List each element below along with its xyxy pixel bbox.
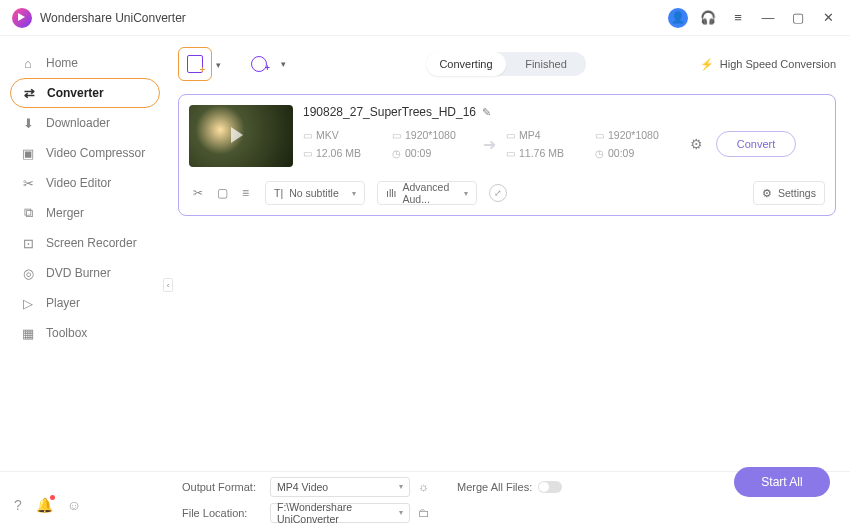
output-settings-icon[interactable]: ⚙ — [686, 134, 706, 154]
menu-icon[interactable]: ≡ — [728, 8, 748, 28]
file-card: 190828_27_SuperTrees_HD_16✎ ▭MKV ▭1920*1… — [178, 94, 836, 216]
support-icon[interactable]: 🎧 — [698, 8, 718, 28]
toolbar: ▾ ▾ Converting Finished ⚡High Speed Conv… — [178, 44, 836, 84]
start-all-button[interactable]: Start All — [734, 467, 830, 497]
gear-icon: ⚙ — [762, 187, 772, 199]
subtitle-dropdown[interactable]: T|No subtitle▾ — [265, 181, 365, 205]
sidebar-item-merger[interactable]: ⧉Merger — [10, 198, 160, 228]
sidebar: ⌂Home ⇄Converter ⬇Downloader ▣Video Comp… — [0, 36, 170, 491]
open-folder-icon[interactable]: 🗀 — [418, 506, 430, 520]
minimize-button[interactable]: — — [758, 8, 778, 28]
video-thumbnail[interactable] — [189, 105, 293, 167]
merge-toggle[interactable] — [538, 481, 562, 493]
notification-icon[interactable]: 🔔 — [36, 497, 53, 513]
convert-button[interactable]: Convert — [716, 131, 796, 157]
output-format-label: Output Format: — [182, 481, 262, 493]
arrow-right-icon: ➜ — [483, 135, 496, 154]
compress-icon: ▣ — [20, 145, 36, 161]
size-icon: ▭ — [303, 148, 312, 159]
link-plus-icon — [251, 56, 267, 72]
tab-switch: Converting Finished — [426, 52, 586, 76]
merge-icon: ⧉ — [20, 205, 36, 221]
file-plus-icon — [187, 55, 203, 73]
sidebar-item-compressor[interactable]: ▣Video Compressor — [10, 138, 160, 168]
scissors-icon: ✂ — [20, 175, 36, 191]
sidebar-item-converter[interactable]: ⇄Converter — [10, 78, 160, 108]
maximize-button[interactable]: ▢ — [788, 8, 808, 28]
edit-name-icon[interactable]: ✎ — [482, 106, 491, 119]
high-speed-toggle[interactable]: ⚡High Speed Conversion — [700, 58, 836, 71]
home-icon: ⌂ — [20, 55, 36, 71]
file-name: 190828_27_SuperTrees_HD_16✎ — [303, 105, 825, 119]
footer: ? 🔔 ☺ Output Format: MP4 Video▾ ☼ Merge … — [0, 471, 850, 527]
audio-dropdown[interactable]: ıllıAdvanced Aud...▾ — [377, 181, 477, 205]
titlebar: Wondershare UniConverter 👤 🎧 ≡ — ▢ ✕ — [0, 0, 850, 36]
target-meta: ▭MP4 ▭1920*1080 ▭11.76 MB ◷00:09 — [506, 129, 676, 159]
subtitle-icon: T| — [274, 187, 283, 199]
resolution-icon: ▭ — [392, 130, 401, 141]
size-icon: ▭ — [506, 148, 515, 159]
collapse-sidebar-button[interactable]: ‹ — [163, 278, 173, 292]
user-avatar-icon[interactable]: 👤 — [668, 8, 688, 28]
record-icon: ⊡ — [20, 235, 36, 251]
source-meta: ▭MKV ▭1920*1080 ▭12.06 MB ◷00:09 — [303, 129, 473, 159]
info-icon[interactable]: ⤢ — [489, 184, 507, 202]
play-icon: ▷ — [20, 295, 36, 311]
add-url-button[interactable]: ▾ — [242, 47, 276, 81]
merge-label: Merge All Files: — [457, 481, 532, 493]
resolution-icon: ▭ — [595, 130, 604, 141]
sidebar-item-editor[interactable]: ✂Video Editor — [10, 168, 160, 198]
converter-icon: ⇄ — [21, 85, 37, 101]
tab-finished[interactable]: Finished — [506, 52, 586, 76]
settings-dropdown[interactable]: ⚙Settings — [753, 181, 825, 205]
file-location-select[interactable]: F:\Wondershare UniConverter▾ — [270, 503, 410, 523]
output-options-icon[interactable]: ☼ — [418, 480, 429, 494]
tab-converting[interactable]: Converting — [426, 52, 506, 76]
app-title: Wondershare UniConverter — [40, 11, 668, 25]
format-icon: ▭ — [303, 130, 312, 141]
format-icon: ▭ — [506, 130, 515, 141]
clock-icon: ◷ — [392, 148, 401, 159]
sidebar-item-dvd[interactable]: ◎DVD Burner — [10, 258, 160, 288]
app-logo-icon — [12, 8, 32, 28]
help-icon[interactable]: ? — [14, 497, 22, 513]
sidebar-item-recorder[interactable]: ⊡Screen Recorder — [10, 228, 160, 258]
effects-icon[interactable]: ≡ — [242, 186, 249, 200]
feedback-icon[interactable]: ☺ — [67, 497, 81, 513]
output-format-select[interactable]: MP4 Video▾ — [270, 477, 410, 497]
grid-icon: ▦ — [20, 325, 36, 341]
sidebar-item-player[interactable]: ▷Player — [10, 288, 160, 318]
close-button[interactable]: ✕ — [818, 8, 838, 28]
disc-icon: ◎ — [20, 265, 36, 281]
audio-icon: ıllı — [386, 187, 397, 199]
sidebar-item-downloader[interactable]: ⬇Downloader — [10, 108, 160, 138]
trim-icon[interactable]: ✂ — [193, 186, 203, 200]
sidebar-item-toolbox[interactable]: ▦Toolbox — [10, 318, 160, 348]
download-icon: ⬇ — [20, 115, 36, 131]
add-file-button[interactable]: ▾ — [178, 47, 212, 81]
bolt-icon: ⚡ — [700, 58, 714, 71]
clock-icon: ◷ — [595, 148, 604, 159]
sidebar-item-home[interactable]: ⌂Home — [10, 48, 160, 78]
file-location-label: File Location: — [182, 507, 262, 519]
crop-icon[interactable]: ▢ — [217, 186, 228, 200]
